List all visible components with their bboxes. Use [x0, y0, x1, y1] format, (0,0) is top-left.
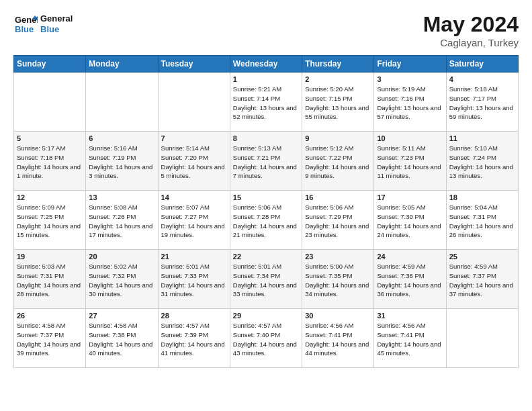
- calendar-week-2: 5Sunrise: 5:17 AM Sunset: 7:18 PM Daylig…: [14, 132, 519, 191]
- logo: General Blue General Blue: [13, 12, 73, 36]
- day-number: 7: [161, 134, 227, 142]
- calendar-cell: [446, 309, 518, 368]
- day-info: Sunrise: 4:57 AM Sunset: 7:39 PM Dayligh…: [161, 321, 227, 358]
- logo-icon: General Blue: [13, 12, 38, 36]
- calendar-cell: 15Sunrise: 5:06 AM Sunset: 7:28 PM Dayli…: [230, 191, 302, 250]
- day-info: Sunrise: 5:13 AM Sunset: 7:21 PM Dayligh…: [233, 144, 299, 181]
- calendar-page: General Blue General Blue May 2024 Cagla…: [0, 0, 532, 375]
- calendar-cell: 17Sunrise: 5:05 AM Sunset: 7:30 PM Dayli…: [374, 191, 446, 250]
- calendar-cell: 21Sunrise: 5:01 AM Sunset: 7:33 PM Dayli…: [158, 250, 230, 309]
- day-number: 23: [305, 253, 371, 261]
- calendar-cell: 13Sunrise: 5:08 AM Sunset: 7:26 PM Dayli…: [86, 191, 158, 250]
- calendar-cell: 5Sunrise: 5:17 AM Sunset: 7:18 PM Daylig…: [14, 132, 86, 191]
- header: General Blue General Blue May 2024 Cagla…: [13, 12, 519, 48]
- day-number: 3: [377, 75, 443, 83]
- day-info: Sunrise: 5:08 AM Sunset: 7:26 PM Dayligh…: [89, 203, 154, 240]
- day-info: Sunrise: 5:21 AM Sunset: 7:14 PM Dayligh…: [233, 85, 299, 122]
- calendar-cell: 28Sunrise: 4:57 AM Sunset: 7:39 PM Dayli…: [158, 309, 230, 368]
- title-block: May 2024 Caglayan, Turkey: [423, 12, 519, 48]
- day-info: Sunrise: 5:01 AM Sunset: 7:34 PM Dayligh…: [233, 262, 299, 299]
- day-info: Sunrise: 5:04 AM Sunset: 7:31 PM Dayligh…: [449, 203, 515, 240]
- calendar-cell: [14, 73, 86, 132]
- header-row: Sunday Monday Tuesday Wednesday Thursday…: [14, 56, 519, 73]
- calendar-cell: 23Sunrise: 5:00 AM Sunset: 7:35 PM Dayli…: [302, 250, 374, 309]
- day-info: Sunrise: 4:58 AM Sunset: 7:37 PM Dayligh…: [17, 321, 83, 358]
- day-number: 30: [305, 312, 371, 320]
- day-number: 15: [233, 193, 299, 201]
- day-info: Sunrise: 5:06 AM Sunset: 7:29 PM Dayligh…: [305, 203, 371, 240]
- calendar-cell: 25Sunrise: 4:59 AM Sunset: 7:37 PM Dayli…: [446, 250, 518, 309]
- col-friday: Friday: [374, 56, 446, 73]
- calendar-cell: [86, 73, 158, 132]
- day-number: 13: [89, 193, 154, 201]
- day-number: 19: [17, 253, 83, 261]
- calendar-week-4: 19Sunrise: 5:03 AM Sunset: 7:31 PM Dayli…: [14, 250, 519, 309]
- calendar-cell: 20Sunrise: 5:02 AM Sunset: 7:32 PM Dayli…: [86, 250, 158, 309]
- day-number: 27: [89, 312, 154, 320]
- day-number: 10: [377, 134, 443, 142]
- day-number: 22: [233, 253, 299, 261]
- calendar-cell: 29Sunrise: 4:57 AM Sunset: 7:40 PM Dayli…: [230, 309, 302, 368]
- calendar-cell: 18Sunrise: 5:04 AM Sunset: 7:31 PM Dayli…: [446, 191, 518, 250]
- day-info: Sunrise: 5:09 AM Sunset: 7:25 PM Dayligh…: [17, 203, 83, 240]
- day-info: Sunrise: 5:18 AM Sunset: 7:17 PM Dayligh…: [449, 85, 515, 122]
- col-saturday: Saturday: [446, 56, 518, 73]
- month-title: May 2024: [423, 12, 519, 37]
- col-wednesday: Wednesday: [230, 56, 302, 73]
- day-info: Sunrise: 5:17 AM Sunset: 7:18 PM Dayligh…: [17, 144, 83, 181]
- day-info: Sunrise: 5:01 AM Sunset: 7:33 PM Dayligh…: [161, 262, 227, 299]
- calendar-cell: 26Sunrise: 4:58 AM Sunset: 7:37 PM Dayli…: [14, 309, 86, 368]
- day-info: Sunrise: 5:12 AM Sunset: 7:22 PM Dayligh…: [305, 144, 371, 181]
- day-info: Sunrise: 4:56 AM Sunset: 7:41 PM Dayligh…: [377, 321, 443, 358]
- day-info: Sunrise: 5:07 AM Sunset: 7:27 PM Dayligh…: [161, 203, 227, 240]
- day-number: 11: [449, 134, 515, 142]
- day-number: 14: [161, 193, 227, 201]
- day-info: Sunrise: 5:05 AM Sunset: 7:30 PM Dayligh…: [377, 203, 443, 240]
- day-info: Sunrise: 4:59 AM Sunset: 7:37 PM Dayligh…: [449, 262, 515, 299]
- day-info: Sunrise: 5:10 AM Sunset: 7:24 PM Dayligh…: [449, 144, 515, 181]
- calendar-cell: 10Sunrise: 5:11 AM Sunset: 7:23 PM Dayli…: [374, 132, 446, 191]
- calendar-cell: 22Sunrise: 5:01 AM Sunset: 7:34 PM Dayli…: [230, 250, 302, 309]
- day-number: 31: [377, 312, 443, 320]
- day-number: 26: [17, 312, 83, 320]
- svg-text:Blue: Blue: [15, 24, 34, 34]
- calendar-table: Sunday Monday Tuesday Wednesday Thursday…: [13, 55, 519, 368]
- day-number: 17: [377, 193, 443, 201]
- day-number: 8: [233, 134, 299, 142]
- calendar-cell: 19Sunrise: 5:03 AM Sunset: 7:31 PM Dayli…: [14, 250, 86, 309]
- calendar-cell: 2Sunrise: 5:20 AM Sunset: 7:15 PM Daylig…: [302, 73, 374, 132]
- day-number: 29: [233, 312, 299, 320]
- logo-blue: Blue: [40, 24, 73, 35]
- day-number: 4: [449, 75, 515, 83]
- day-number: 6: [89, 134, 154, 142]
- day-info: Sunrise: 4:59 AM Sunset: 7:36 PM Dayligh…: [377, 262, 443, 299]
- calendar-cell: 30Sunrise: 4:56 AM Sunset: 7:41 PM Dayli…: [302, 309, 374, 368]
- day-info: Sunrise: 5:00 AM Sunset: 7:35 PM Dayligh…: [305, 262, 371, 299]
- calendar-cell: 14Sunrise: 5:07 AM Sunset: 7:27 PM Dayli…: [158, 191, 230, 250]
- calendar-cell: 3Sunrise: 5:19 AM Sunset: 7:16 PM Daylig…: [374, 73, 446, 132]
- calendar-cell: 12Sunrise: 5:09 AM Sunset: 7:25 PM Dayli…: [14, 191, 86, 250]
- day-number: 12: [17, 193, 83, 201]
- calendar-week-3: 12Sunrise: 5:09 AM Sunset: 7:25 PM Dayli…: [14, 191, 519, 250]
- day-info: Sunrise: 5:03 AM Sunset: 7:31 PM Dayligh…: [17, 262, 83, 299]
- day-info: Sunrise: 4:58 AM Sunset: 7:38 PM Dayligh…: [89, 321, 154, 358]
- calendar-cell: 7Sunrise: 5:14 AM Sunset: 7:20 PM Daylig…: [158, 132, 230, 191]
- calendar-cell: 6Sunrise: 5:16 AM Sunset: 7:19 PM Daylig…: [86, 132, 158, 191]
- day-info: Sunrise: 5:06 AM Sunset: 7:28 PM Dayligh…: [233, 203, 299, 240]
- day-info: Sunrise: 5:11 AM Sunset: 7:23 PM Dayligh…: [377, 144, 443, 181]
- day-info: Sunrise: 5:14 AM Sunset: 7:20 PM Dayligh…: [161, 144, 227, 181]
- calendar-cell: 24Sunrise: 4:59 AM Sunset: 7:36 PM Dayli…: [374, 250, 446, 309]
- day-number: 1: [233, 75, 299, 83]
- day-info: Sunrise: 5:16 AM Sunset: 7:19 PM Dayligh…: [89, 144, 154, 181]
- day-number: 18: [449, 193, 515, 201]
- calendar-cell: 1Sunrise: 5:21 AM Sunset: 7:14 PM Daylig…: [230, 73, 302, 132]
- day-number: 16: [305, 193, 371, 201]
- calendar-week-1: 1Sunrise: 5:21 AM Sunset: 7:14 PM Daylig…: [14, 73, 519, 132]
- col-sunday: Sunday: [14, 56, 86, 73]
- calendar-week-5: 26Sunrise: 4:58 AM Sunset: 7:37 PM Dayli…: [14, 309, 519, 368]
- day-number: 20: [89, 253, 154, 261]
- calendar-cell: 9Sunrise: 5:12 AM Sunset: 7:22 PM Daylig…: [302, 132, 374, 191]
- location-title: Caglayan, Turkey: [423, 37, 519, 48]
- calendar-cell: 31Sunrise: 4:56 AM Sunset: 7:41 PM Dayli…: [374, 309, 446, 368]
- calendar-cell: 8Sunrise: 5:13 AM Sunset: 7:21 PM Daylig…: [230, 132, 302, 191]
